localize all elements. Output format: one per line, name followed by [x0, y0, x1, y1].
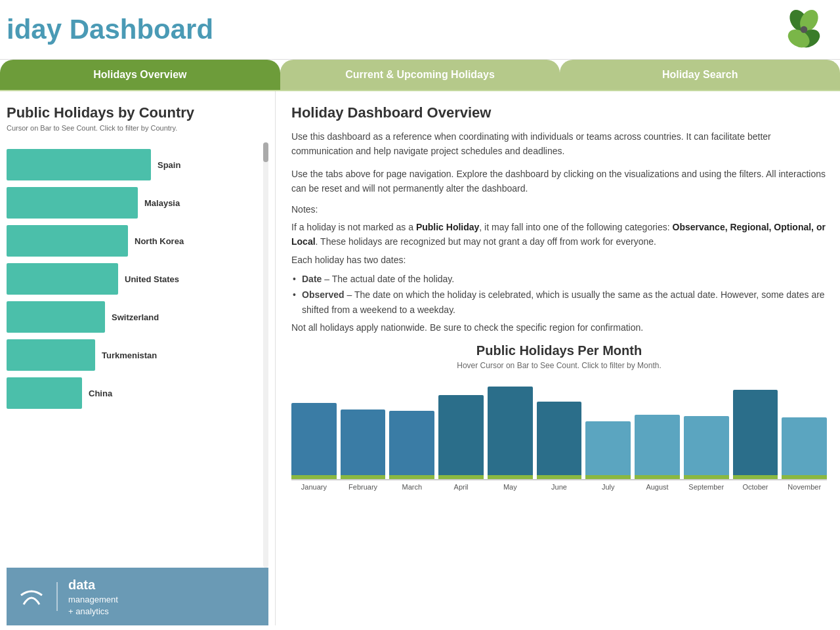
left-panel-title: Public Holidays by Country [7, 104, 268, 121]
month-bar [291, 403, 337, 475]
bar-country-label: Spain [158, 160, 180, 170]
month-axis-label: November [782, 483, 827, 491]
overview-title: Holiday Dashboard Overview [291, 104, 827, 121]
month-bar [635, 415, 680, 475]
month-bar-col[interactable] [585, 421, 631, 479]
month-bar-col[interactable] [438, 395, 484, 479]
footer-text: data management + analytics [68, 576, 118, 618]
month-bar-col[interactable] [635, 415, 680, 479]
month-bar-chart[interactable]: JanuaryFebruaryMarchAprilMayJuneJulyAugu… [291, 375, 827, 491]
footer-logo-icon [17, 582, 46, 611]
bar-base-stripe [291, 475, 337, 479]
footer-line2: + analytics [68, 606, 118, 618]
footer-brand-name: data [68, 576, 118, 594]
month-bar-col[interactable] [684, 416, 729, 479]
right-panel: Holiday Dashboard Overview Use this dash… [276, 91, 840, 625]
bar-country-label: Switzerland [112, 312, 159, 322]
country-bar-row[interactable]: Spain [7, 149, 268, 180]
month-axis-label: July [585, 483, 631, 491]
scroll-thumb[interactable] [263, 142, 268, 162]
month-bar [537, 402, 582, 475]
bar-country-label: China [89, 388, 112, 398]
scroll-indicator [263, 142, 268, 568]
bar-base-stripe [585, 475, 631, 479]
tab-current-upcoming[interactable]: Current & Upcoming Holidays [280, 60, 560, 90]
horizontal-bars: SpainMalaysiaNorth KoreaUnited StatesSwi… [7, 149, 268, 409]
bar-fill [7, 263, 118, 295]
month-bar-col[interactable] [341, 410, 386, 479]
month-axis-label: October [733, 483, 778, 491]
bar-base-stripe [684, 475, 729, 479]
bullet-list: Date – The actual date of the holiday. O… [302, 272, 827, 318]
bullet-observed: Observed – The date on which the holiday… [302, 287, 827, 319]
month-bar-col[interactable] [488, 387, 533, 479]
overview-para1: Use this dashboard as a reference when c… [291, 129, 827, 159]
main-content: Public Holidays by Country Cursor on Bar… [0, 91, 840, 625]
month-bar [341, 410, 386, 475]
country-bar-row[interactable]: Malaysia [7, 187, 268, 219]
month-axis-label: September [684, 483, 729, 491]
month-bar [389, 411, 434, 475]
left-panel-subtitle: Cursor on Bar to See Count. Click to fil… [7, 124, 268, 132]
bar-base-stripe [488, 475, 533, 479]
bar-base-stripe [635, 475, 680, 479]
month-axis-label: January [291, 483, 337, 491]
svg-point-4 [801, 26, 808, 33]
month-bar [733, 390, 778, 475]
month-axis-label: April [438, 483, 484, 491]
tab-holiday-search[interactable]: Holiday Search [560, 60, 840, 90]
month-chart-title: Public Holidays Per Month [291, 343, 827, 358]
country-bar-row[interactable]: United States [7, 263, 268, 295]
bar-base-stripe [537, 475, 582, 479]
bar-country-label: Turkmenistan [102, 350, 157, 360]
month-bar [585, 421, 631, 475]
month-labels: JanuaryFebruaryMarchAprilMayJuneJulyAugu… [291, 480, 827, 491]
bar-fill [7, 339, 95, 371]
bar-fill [7, 187, 138, 219]
overview-para2: Use the tabs above for page navigation. … [291, 167, 827, 196]
month-axis-label: August [635, 483, 680, 491]
month-bar-col[interactable] [733, 390, 778, 479]
header: iday Dashboard [0, 0, 840, 60]
notes-text1: If a holiday is not marked as a Public H… [291, 220, 827, 249]
bar-base-stripe [341, 475, 386, 479]
month-bar-col[interactable] [537, 402, 582, 479]
vertical-bars [291, 375, 827, 480]
bar-fill [7, 301, 105, 333]
month-bar [488, 387, 533, 475]
footer-line1: management [68, 594, 118, 606]
footer-divider [56, 582, 58, 611]
month-bar [782, 417, 827, 475]
month-axis-label: May [488, 483, 533, 491]
bar-country-label: United States [125, 274, 179, 284]
month-axis-label: March [389, 483, 434, 491]
month-bar [684, 416, 729, 475]
month-bar-col[interactable] [782, 417, 827, 479]
bullet-date: Date – The actual date of the holiday. [302, 272, 827, 287]
country-bar-row[interactable]: China [7, 377, 268, 409]
month-chart-subtitle: Hover Cursor on Bar to See Count. Click … [291, 361, 827, 370]
nav-tabs: Holidays Overview Current & Upcoming Hol… [0, 60, 840, 91]
bar-base-stripe [438, 475, 484, 479]
country-bar-row[interactable]: Turkmenistan [7, 339, 268, 371]
company-logo-icon [781, 7, 827, 52]
bar-base-stripe [733, 475, 778, 479]
page-title: iday Dashboard [7, 14, 213, 45]
month-bar-col[interactable] [291, 403, 337, 479]
bar-country-label: Malaysia [144, 198, 180, 208]
country-bar-row[interactable]: Switzerland [7, 301, 268, 333]
country-bar-row[interactable]: North Korea [7, 225, 268, 257]
footer-branding: data management + analytics [7, 568, 268, 625]
notes-label: Notes: [291, 204, 827, 215]
month-bar [438, 395, 484, 475]
bar-country-label: North Korea [135, 236, 184, 246]
tab-holidays-overview[interactable]: Holidays Overview [0, 60, 280, 90]
month-bar-col[interactable] [389, 411, 434, 479]
bar-fill [7, 149, 151, 180]
notes-each: Each holiday has two dates: [291, 253, 827, 267]
logo-container [781, 7, 827, 52]
country-bar-chart[interactable]: SpainMalaysiaNorth KoreaUnited StatesSwi… [7, 142, 268, 568]
bar-base-stripe [389, 475, 434, 479]
month-axis-label: June [537, 483, 582, 491]
final-note: Not all holidays apply nationwide. Be su… [291, 322, 827, 333]
